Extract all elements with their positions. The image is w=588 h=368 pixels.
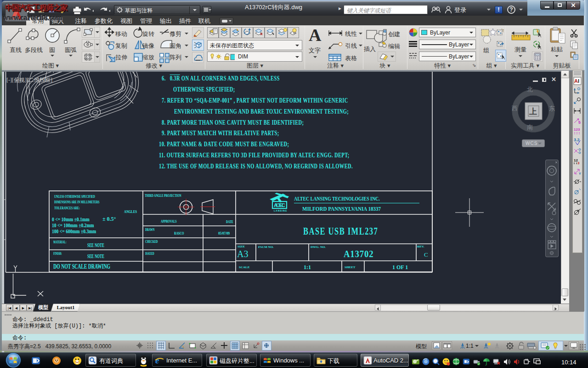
svg-text:LANSING: LANSING	[274, 209, 288, 212]
svg-text:I: I	[578, 78, 579, 84]
svg-text:5: 5	[578, 120, 581, 125]
svg-text:A: A	[574, 78, 578, 84]
svg-text:Y: Y	[579, 172, 581, 175]
svg-text:123: 123	[574, 127, 580, 132]
svg-text:ALTEC: ALTEC	[274, 202, 285, 208]
svg-text:3: 3	[577, 161, 580, 165]
svg-text:e: e	[155, 356, 159, 365]
svg-text:3.2: 3.2	[574, 138, 580, 142]
